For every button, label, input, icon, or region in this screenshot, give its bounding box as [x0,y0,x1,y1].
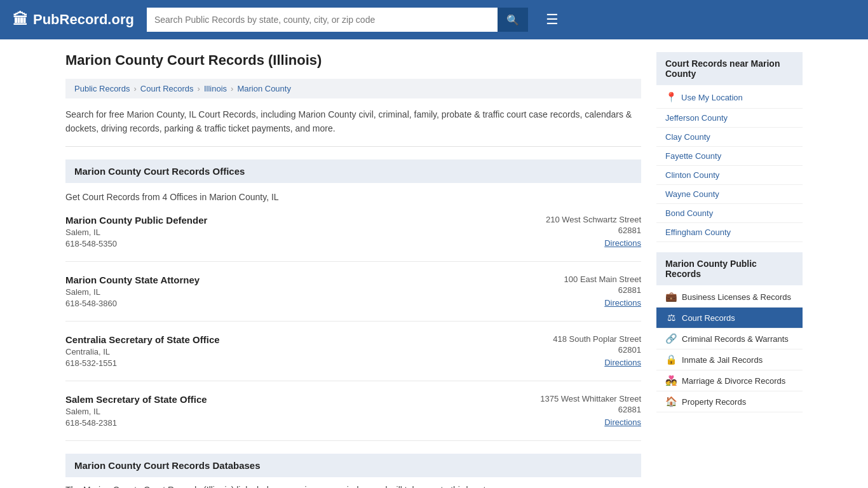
office-address: 418 South Poplar Street 62801 Directions [514,334,641,368]
directions-link[interactable]: Directions [604,417,641,427]
directions-link[interactable]: Directions [604,238,641,248]
breadcrumb-marion-county[interactable]: Marion County [237,84,291,93]
nearby-county-item: Jefferson County [656,109,803,128]
office-zip: 62881 [514,405,641,414]
office-zip: 62881 [514,226,641,235]
databases-section-header: Marion County Court Records Databases [65,454,641,477]
logo-icon: 🏛 [13,11,28,29]
logo-text: PubRecord.org [33,11,134,28]
nearby-county-link[interactable]: Wayne County [665,189,719,199]
breadcrumb-sep-1: › [133,84,136,93]
page-title: Marion County Court Records (Illinois) [65,52,641,69]
breadcrumb-sep-3: › [231,84,233,93]
offices-list: Marion County Public Defender Salem, IL … [65,215,641,441]
offices-section-header: Marion County Court Records Offices [65,159,641,183]
nearby-county-item: Fayette County [656,147,803,166]
office-phone: 618-548-3860 [65,299,514,308]
nearby-county-item: Wayne County [656,185,803,204]
office-address: 100 East Main Street 62881 Directions [514,274,641,308]
nearby-county-link[interactable]: Clinton County [665,170,719,180]
office-street: 1375 West Whittaker Street [514,394,641,403]
nearby-county-link[interactable]: Clay County [665,132,710,142]
page-description: Search for free Marion County, IL Court … [65,107,641,147]
hamburger-icon: ☰ [546,11,559,27]
public-records-link[interactable]: Property Records [682,397,746,407]
public-records-link[interactable]: Court Records [682,313,735,323]
public-records-item[interactable]: 🔒 Inmate & Jail Records [656,349,803,370]
public-records-item[interactable]: 🏠 Property Records [656,391,803,412]
directions-link[interactable]: Directions [604,298,641,308]
office-address: 1375 West Whittaker Street 62881 Directi… [514,394,641,428]
record-type-icon: 💼 [665,291,677,302]
public-records-section-title: Marion County Public Records [656,252,803,285]
breadcrumb-court-records[interactable]: Court Records [140,84,194,93]
site-header: 🏛 PubRecord.org 🔍 ☰ [0,0,868,39]
public-records-link[interactable]: Business Licenses & Records [682,292,791,302]
office-city: Salem, IL [65,407,514,416]
public-records-list: 💼 Business Licenses & Records ⚖ Court Re… [656,287,803,412]
office-street: 210 West Schwartz Street [514,215,641,224]
record-type-icon: 🏠 [665,396,677,407]
nearby-county-link[interactable]: Jefferson County [665,113,728,123]
main-container: Marion County Court Records (Illinois) P… [53,39,815,488]
location-icon: 📍 [665,92,677,103]
office-entry: Marion County State Attorney Salem, IL 6… [65,274,641,322]
office-info: Salem Secretary of State Office Salem, I… [65,394,514,428]
content-area: Marion County Court Records (Illinois) P… [65,52,641,488]
public-records-link[interactable]: Marriage & Divorce Records [682,376,785,386]
nearby-county-link[interactable]: Bond County [665,208,713,218]
record-type-icon: ⚖ [665,312,677,323]
office-city: Salem, IL [65,227,514,237]
breadcrumb-illinois[interactable]: Illinois [204,84,227,93]
public-records-item[interactable]: 💼 Business Licenses & Records [656,287,803,308]
offices-count: Get Court Records from 4 Offices in Mari… [65,189,641,205]
office-street: 418 South Poplar Street [514,334,641,344]
public-records-link[interactable]: Criminal Records & Warrants [682,334,789,344]
office-city: Salem, IL [65,287,514,297]
menu-button[interactable]: ☰ [546,11,559,28]
breadcrumb: Public Records › Court Records › Illinoi… [65,79,641,98]
nearby-county-item: Effingham County [656,223,803,242]
search-icon: 🔍 [506,15,519,25]
office-info: Marion County Public Defender Salem, IL … [65,215,514,248]
directions-link[interactable]: Directions [604,358,641,367]
nearby-county-item: Bond County [656,204,803,223]
public-records-link[interactable]: Inmate & Jail Records [682,355,763,365]
office-name: Centralia Secretary of State Office [65,334,514,345]
record-type-icon: 💑 [665,375,677,386]
nearby-county-link[interactable]: Fayette County [665,151,721,161]
nearby-section-title: Court Records near Marion County [656,52,803,85]
office-city: Centralia, IL [65,347,514,356]
office-phone: 618-532-1551 [65,358,514,368]
nearby-county-item: Clinton County [656,166,803,185]
search-bar: 🔍 [147,8,528,32]
use-my-location[interactable]: 📍 Use My Location [656,86,803,109]
office-info: Centralia Secretary of State Office Cent… [65,334,514,368]
office-entry: Marion County Public Defender Salem, IL … [65,215,641,262]
public-records-item[interactable]: 💑 Marriage & Divorce Records [656,370,803,391]
search-input[interactable] [147,8,498,32]
office-address: 210 West Schwartz Street 62881 Direction… [514,215,641,248]
office-name: Salem Secretary of State Office [65,394,514,405]
office-name: Marion County Public Defender [65,215,514,226]
office-zip: 62881 [514,285,641,295]
breadcrumb-public-records[interactable]: Public Records [74,84,130,93]
sidebar: Court Records near Marion County 📍 Use M… [656,52,803,488]
databases-description: The Marion County Court Records (Illinoi… [65,484,641,488]
office-name: Marion County State Attorney [65,274,514,285]
office-street: 100 East Main Street [514,274,641,284]
office-info: Marion County State Attorney Salem, IL 6… [65,274,514,308]
office-entry: Centralia Secretary of State Office Cent… [65,334,641,381]
office-entry: Salem Secretary of State Office Salem, I… [65,394,641,441]
nearby-county-item: Clay County [656,128,803,147]
nearby-county-link[interactable]: Effingham County [665,227,731,237]
public-records-item[interactable]: 🔗 Criminal Records & Warrants [656,329,803,349]
record-type-icon: 🔗 [665,333,677,344]
breadcrumb-sep-2: › [198,84,200,93]
logo[interactable]: 🏛 PubRecord.org [13,11,134,29]
office-zip: 62801 [514,345,641,355]
public-records-item[interactable]: ⚖ Court Records [656,308,803,329]
office-phone: 618-548-2381 [65,418,514,428]
nearby-counties-list: Jefferson CountyClay CountyFayette Count… [656,109,803,242]
search-button[interactable]: 🔍 [498,8,528,32]
